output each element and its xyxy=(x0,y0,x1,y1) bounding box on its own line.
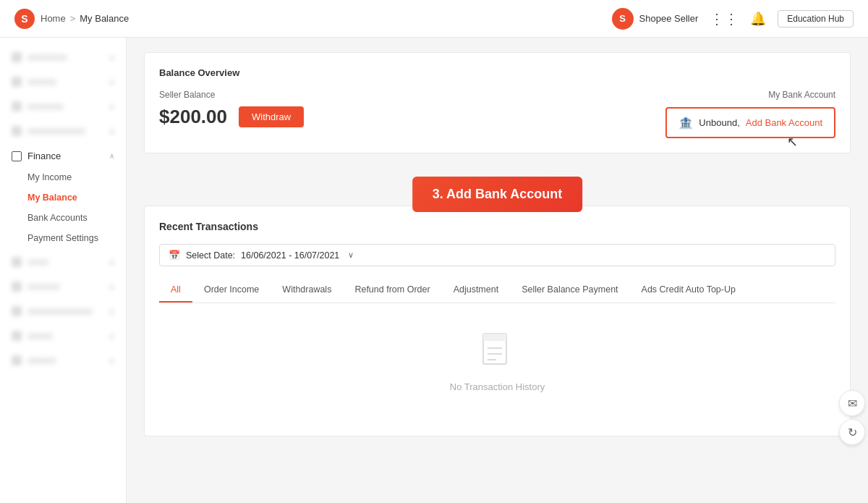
sidebar-section-shop: ∨ xyxy=(0,325,126,347)
balance-row: Seller Balance $200.00 Withdraw My Bank … xyxy=(159,90,835,138)
breadcrumb: Home > My Balance xyxy=(41,13,129,24)
add-bank-account-link[interactable]: Add Bank Account xyxy=(746,117,822,128)
refresh-float-button[interactable]: ↻ xyxy=(839,419,865,445)
balance-left: Seller Balance $200.00 Withdraw xyxy=(159,90,304,128)
nav-left: S Home > My Balance xyxy=(14,9,129,29)
svg-rect-1 xyxy=(483,334,506,341)
bank-account-box[interactable]: 🏦 Unbound, Add Bank Account ↖ xyxy=(665,107,835,138)
date-filter[interactable]: 📅 Select Date: 16/06/2021 - 16/07/2021 ∨ xyxy=(159,244,835,266)
date-filter-chevron-icon: ∨ xyxy=(348,250,354,260)
no-history-icon xyxy=(480,332,515,373)
cta-step: 3. xyxy=(433,187,443,201)
sidebar: ∨ ∨ ∨ xyxy=(0,38,127,503)
page-layout: ∨ ∨ ∨ xyxy=(0,38,868,503)
sidebar-section-customer-service: ∨ xyxy=(0,300,126,322)
tab-refund-from-order[interactable]: Refund from Order xyxy=(343,278,441,303)
finance-icon xyxy=(12,151,22,161)
empty-state: No Transaction History xyxy=(159,303,835,421)
sidebar-section-data: ∨ xyxy=(0,251,126,273)
sidebar-section-product: ∨ xyxy=(0,96,126,117)
sidebar-section-order: ∨ xyxy=(0,71,126,93)
transaction-tabs: All Order Income Withdrawals Refund from… xyxy=(159,278,835,303)
tab-adjustment[interactable]: Adjustment xyxy=(442,278,511,303)
tab-all[interactable]: All xyxy=(159,278,192,303)
grid-icon[interactable]: ⋮⋮ xyxy=(710,10,739,28)
tab-withdrawals[interactable]: Withdrawals xyxy=(271,278,343,303)
seller-logo: S xyxy=(612,8,634,30)
breadcrumb-separator: > xyxy=(70,13,76,24)
main-content: Balance Overview Seller Balance $200.00 … xyxy=(127,38,868,503)
sidebar-item-my-balance[interactable]: My Balance xyxy=(0,187,126,208)
floating-icons: ✉ ↻ xyxy=(839,390,865,445)
balance-overview-title: Balance Overview xyxy=(159,67,835,78)
chat-float-button[interactable]: ✉ xyxy=(839,390,865,416)
finance-section-title: Finance xyxy=(27,151,61,161)
transactions-title: Recent Transactions xyxy=(159,221,258,232)
transactions-section: Recent Transactions 📅 Select Date: 16/06… xyxy=(144,206,851,436)
sidebar-item-bank-accounts[interactable]: Bank Accounts xyxy=(0,208,126,228)
notification-bell-icon[interactable]: 🔔 xyxy=(750,11,766,27)
nav-right: S Shopee Seller ⋮⋮ 🔔 Education Hub xyxy=(612,8,854,30)
sidebar-section-finance: Finance ∧ My Income My Balance Bank Acco… xyxy=(0,145,126,248)
seller-balance-label: Seller Balance xyxy=(159,90,304,100)
breadcrumb-current: My Balance xyxy=(80,13,129,24)
top-nav: S Home > My Balance S Shopee Seller ⋮⋮ 🔔… xyxy=(0,0,868,38)
seller-name: Shopee Seller xyxy=(639,13,699,24)
sidebar-section-balance: ∨ xyxy=(0,46,126,68)
date-filter-label: Select Date: xyxy=(186,250,235,261)
bank-icon: 🏦 xyxy=(678,116,693,130)
finance-chevron-icon: ∧ xyxy=(109,152,114,160)
finance-section-header[interactable]: Finance ∧ xyxy=(0,145,126,167)
unbound-text: Unbound, xyxy=(699,117,739,128)
no-transaction-text: No Transaction History xyxy=(450,381,545,392)
withdraw-button[interactable]: Withdraw xyxy=(239,106,304,127)
shopee-logo: S xyxy=(14,9,35,29)
seller-badge: S Shopee Seller xyxy=(612,8,699,30)
tab-seller-balance-payment[interactable]: Seller Balance Payment xyxy=(510,278,629,303)
sidebar-section-marketing: ∨ xyxy=(0,120,126,142)
sidebar-section-setting: ∨ xyxy=(0,350,126,371)
breadcrumb-home[interactable]: Home xyxy=(41,13,66,24)
education-hub-button[interactable]: Education Hub xyxy=(778,10,854,28)
date-filter-range: 16/06/2021 - 16/07/2021 xyxy=(241,250,339,261)
calendar-icon: 📅 xyxy=(169,250,180,261)
sidebar-item-payment-settings[interactable]: Payment Settings xyxy=(0,228,126,248)
cursor-arrow-icon: ↖ xyxy=(787,134,798,150)
tab-order-income[interactable]: Order Income xyxy=(192,278,271,303)
cta-text: Add Bank Account xyxy=(446,187,562,201)
balance-overview-card: Balance Overview Seller Balance $200.00 … xyxy=(144,52,851,153)
balance-amount-row: $200.00 Withdraw xyxy=(159,106,304,128)
sidebar-section-growth: ∨ xyxy=(0,276,126,297)
tab-ads-credit-auto-topup[interactable]: Ads Credit Auto Top-Up xyxy=(630,278,747,303)
sidebar-item-my-income[interactable]: My Income xyxy=(0,167,126,187)
bank-account-title: My Bank Account xyxy=(665,90,835,100)
add-bank-account-cta[interactable]: 3. Add Bank Account xyxy=(412,177,583,212)
bank-account-section: My Bank Account 🏦 Unbound, Add Bank Acco… xyxy=(665,90,835,138)
transactions-header: Recent Transactions xyxy=(159,221,835,232)
cta-wrapper: 3. Add Bank Account xyxy=(144,168,851,206)
balance-amount: $200.00 xyxy=(159,106,227,128)
